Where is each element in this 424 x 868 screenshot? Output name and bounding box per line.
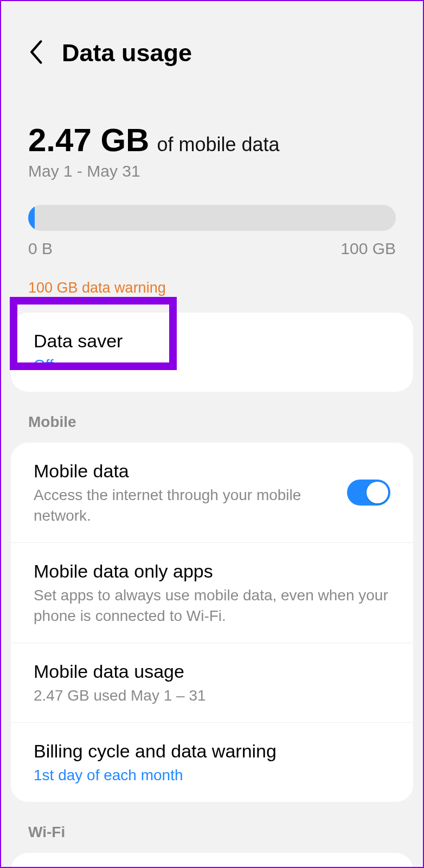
mobile-data-only-apps-title: Mobile data only apps [34,559,390,583]
usage-period: May 1 - May 31 [28,162,396,180]
mobile-data-usage-row[interactable]: Mobile data usage 2.47 GB used May 1 – 3… [11,643,413,722]
progress-max-label: 100 GB [341,239,396,258]
progress-fill [28,205,35,231]
usage-amount-line: 2.47 GB of mobile data [28,121,396,159]
section-label-mobile: Mobile [1,392,423,443]
mobile-data-sub: Access the internet through your mobile … [34,485,336,526]
billing-cycle-sub: 1st day of each month [34,765,390,786]
mobile-data-only-apps-row[interactable]: Mobile data only apps Set apps to always… [11,542,413,643]
mobile-data-title: Mobile data [34,459,336,483]
billing-cycle-row[interactable]: Billing cycle and data warning 1st day o… [11,722,413,802]
mobile-data-usage-title: Mobile data usage [34,659,390,683]
usage-amount: 2.47 GB [28,121,149,159]
page-title: Data usage [62,39,192,67]
progress-track [28,205,396,231]
mobile-data-usage-sub: 2.47 GB used May 1 – 31 [34,685,390,706]
wifi-data-usage-row[interactable]: Wi-Fi data usage [11,853,413,868]
usage-suffix: of mobile data [157,133,279,156]
wifi-card: Wi-Fi data usage [11,853,413,868]
data-warning-text: 100 GB data warning [28,280,396,296]
data-saver-title: Data saver [34,329,390,353]
mobile-data-row[interactable]: Mobile data Access the internet through … [11,443,413,542]
usage-summary: 2.47 GB of mobile data May 1 - May 31 0 … [1,89,423,296]
data-saver-row[interactable]: Data saver Off [11,313,413,392]
section-label-wifi: Wi-Fi [1,802,423,853]
mobile-card: Mobile data Access the internet through … [11,443,413,802]
data-saver-card: Data saver Off [11,313,413,392]
back-icon[interactable] [28,40,46,66]
header: Data usage [1,1,423,89]
mobile-data-only-apps-sub: Set apps to always use mobile data, even… [34,585,390,626]
progress-min-label: 0 B [28,239,53,258]
toggle-knob [367,482,388,503]
mobile-data-toggle[interactable] [347,480,390,506]
billing-cycle-title: Billing cycle and data warning [34,739,390,763]
progress-labels: 0 B 100 GB [28,239,396,258]
data-saver-status: Off [34,355,390,375]
usage-progress: 0 B 100 GB [28,205,396,258]
